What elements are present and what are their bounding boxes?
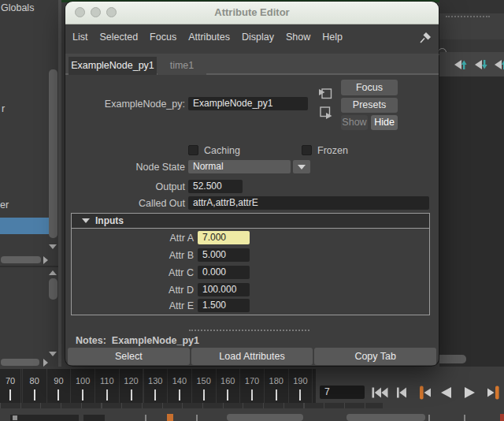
background-left-panel: Globals r er: [0, 0, 61, 367]
ruler-tick-mark: [203, 389, 205, 401]
panel-drag-handle[interactable]: [446, 16, 490, 17]
focus-button[interactable]: Focus: [341, 80, 398, 95]
range-handle-icon[interactable]: [13, 415, 17, 420]
panel-splitter[interactable]: [58, 0, 61, 367]
range-tick: [145, 415, 146, 421]
ruler-tick-label: 100: [76, 376, 90, 386]
right-panel-band-2: [439, 39, 504, 52]
left-horizontal-scrollbar-2[interactable]: [1, 359, 39, 366]
scroll-right-arrow-icon-2[interactable]: [43, 359, 48, 367]
attr-e-field[interactable]: 1.500: [198, 299, 250, 312]
range-tick-2: [196, 415, 198, 421]
ruler-tick-mark: [154, 389, 156, 401]
attr-b-label: Attr B: [131, 250, 194, 261]
tab-examplenode-py1[interactable]: ExampleNode_py1: [69, 57, 157, 75]
attr-d-field[interactable]: 100.000: [198, 283, 250, 296]
panel-divider: [0, 266, 58, 267]
select-button[interactable]: Select: [68, 348, 190, 365]
current-frame-marker[interactable]: [167, 414, 173, 421]
maya-screen: Globals r er: [0, 0, 504, 421]
caching-checkbox[interactable]: [188, 145, 198, 155]
window-title: Attribute Editor: [65, 6, 439, 18]
ruler-tick-mark: [57, 389, 59, 401]
collapse-triangle-icon[interactable]: [82, 218, 90, 223]
step-forward-key-button[interactable]: [484, 386, 503, 400]
ruler-tick-label: 190: [293, 376, 307, 386]
range-slider-bar[interactable]: [227, 414, 303, 421]
presets-button[interactable]: Presets: [341, 98, 398, 113]
copy-tab-in-icon[interactable]: [318, 85, 334, 101]
attr-c-field[interactable]: 0.000: [198, 266, 250, 279]
selected-list-row[interactable]: [0, 218, 49, 234]
ruler-tick-label: 70: [6, 376, 15, 386]
menu-help[interactable]: Help: [322, 32, 343, 43]
attr-b-field[interactable]: 5.000: [198, 248, 250, 262]
load-attributes-button[interactable]: Load Attributes: [191, 348, 313, 365]
range-red-marker: [500, 414, 504, 421]
menu-show[interactable]: Show: [286, 32, 310, 43]
show-button[interactable]: Show: [341, 115, 368, 130]
step-back-frame-button[interactable]: [393, 386, 412, 400]
menu-display[interactable]: Display: [242, 32, 274, 43]
left-panel-globals-text: Globals: [1, 2, 34, 13]
scroll-right-arrow-icon[interactable]: [43, 256, 48, 264]
ruler-tick-label: 130: [148, 376, 162, 386]
window-titlebar[interactable]: Attribute Editor: [65, 2, 439, 24]
range-start-field[interactable]: [83, 415, 105, 421]
step-back-key-button[interactable]: [415, 386, 434, 400]
go-to-start-button[interactable]: [370, 386, 389, 400]
nav-back-up-icon[interactable]: [454, 59, 469, 70]
current-frame-field[interactable]: 7: [320, 386, 365, 399]
node-name-field[interactable]: ExampleNode_py1: [188, 97, 308, 110]
scroll-down-arrow-icon-2[interactable]: [49, 352, 57, 356]
scroll-down-arrow-icon[interactable]: [49, 244, 57, 249]
inputs-section-header[interactable]: Inputs: [72, 214, 429, 229]
range-slider-bar-2[interactable]: [346, 414, 425, 421]
left-panel-text-fragment: r: [2, 103, 5, 114]
attr-a-field[interactable]: 7.000: [198, 231, 250, 244]
ruler-tick-mark: [9, 389, 11, 401]
copy-tab-button[interactable]: Copy Tab: [314, 348, 436, 365]
node-name-label: ExampleNode_py:: [75, 99, 185, 110]
attr-c-label: Attr C: [131, 267, 194, 278]
node-state-dropdown[interactable]: Normal: [188, 160, 291, 173]
pushpin-icon[interactable]: [419, 32, 432, 44]
ruler-tick-label: 160: [220, 376, 235, 386]
caching-label: Caching: [204, 145, 240, 156]
play-backwards-button[interactable]: [437, 386, 456, 400]
time-slider: 708090100110120130140150160170180190200 …: [0, 367, 504, 413]
ruler-tick-label: 110: [100, 376, 114, 386]
menu-selected[interactable]: Selected: [99, 32, 138, 43]
called-out-field[interactable]: attrA,attrB,attrE: [188, 196, 429, 210]
hide-button[interactable]: Hide: [371, 115, 398, 130]
range-slider-row: [0, 413, 504, 421]
left-vertical-scrollbar[interactable]: [49, 69, 57, 238]
nav-back-partial-icon[interactable]: [494, 59, 504, 70]
ruler-tick-mark: [227, 389, 228, 401]
copy-tab-out-icon[interactable]: [318, 105, 334, 121]
output-field[interactable]: 52.500: [188, 180, 243, 193]
ruler-tick-mark: [276, 389, 277, 401]
anim-start-field[interactable]: [10, 415, 79, 421]
ruler-tick-mark: [34, 389, 35, 401]
timeline-ruler[interactable]: 708090100110120130140150160170180190200: [0, 369, 316, 403]
menu-focus[interactable]: Focus: [150, 32, 176, 43]
node-state-dropdown-arrow[interactable]: [293, 160, 310, 173]
inputs-section-title: Inputs: [95, 215, 124, 226]
menu-list[interactable]: List: [72, 32, 87, 43]
right-panel-top-band: [439, 0, 504, 13]
tab-time1[interactable]: time1: [158, 57, 206, 75]
left-horizontal-scrollbar[interactable]: [1, 256, 41, 263]
menu-attributes[interactable]: Attributes: [188, 32, 230, 43]
ruler-tick-mark: [106, 389, 108, 401]
ruler-tick-label: 180: [269, 376, 284, 386]
ruler-tick-mark: [299, 389, 301, 401]
left-vertical-scrollbar-2[interactable]: [49, 278, 57, 300]
play-forwards-button[interactable]: [460, 386, 479, 400]
nav-back-down-icon[interactable]: [474, 59, 490, 70]
scroll-up-arrow-icon[interactable]: [49, 270, 57, 275]
right-horizontal-scrollbar[interactable]: [439, 355, 466, 363]
notes-separator[interactable]: [189, 330, 309, 331]
ruler-tick-mark: [131, 389, 132, 401]
frozen-checkbox[interactable]: [302, 145, 312, 155]
